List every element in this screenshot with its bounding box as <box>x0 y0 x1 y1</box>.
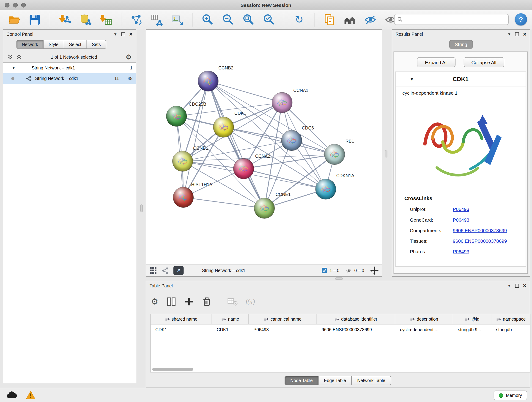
export-image-icon[interactable] <box>171 13 184 27</box>
table-settings-gear-icon[interactable]: ⚙ <box>151 297 158 306</box>
column-header-description[interactable]: description <box>395 314 453 324</box>
delete-trash-icon[interactable] <box>202 297 211 306</box>
network-node-cdkn1a[interactable] <box>316 179 336 199</box>
close-panel-icon[interactable]: × <box>523 32 526 36</box>
zoom-in-icon[interactable] <box>201 13 214 27</box>
column-header-database-identifier[interactable]: database identifier <box>317 314 395 324</box>
compartments-link[interactable]: 9606.ENSP00000378699 <box>453 228 507 233</box>
tab-sets[interactable]: Sets <box>86 40 106 49</box>
float-panel-icon[interactable] <box>515 284 519 287</box>
birdseye-grid-icon[interactable] <box>150 267 157 274</box>
float-panel-icon[interactable] <box>515 32 519 36</box>
close-panel-icon[interactable]: × <box>523 284 526 287</box>
network-edge[interactable] <box>208 81 264 208</box>
splitter-handle[interactable] <box>140 204 143 212</box>
show-columns-icon[interactable] <box>166 297 176 306</box>
hide-selected-eye-slash-icon[interactable] <box>364 13 377 27</box>
network-node-hist1h1a[interactable] <box>173 187 193 207</box>
network-node-ccna1[interactable] <box>272 92 292 113</box>
search-input[interactable] <box>405 17 506 22</box>
collapse-panel-icon[interactable]: ▼ <box>507 283 511 288</box>
tissues-link[interactable]: 9606.ENSP00000378699 <box>453 238 507 244</box>
tab-select[interactable]: Select <box>63 40 87 49</box>
splitter-handle[interactable] <box>385 150 387 157</box>
search-box[interactable] <box>394 14 509 25</box>
zoom-out-icon[interactable] <box>221 13 234 27</box>
collapse-all-chevrons-icon[interactable] <box>16 54 22 60</box>
close-panel-icon[interactable]: × <box>129 32 133 36</box>
zoom-fit-icon[interactable] <box>241 13 255 27</box>
tab-network[interactable]: Network <box>16 40 43 49</box>
network-row[interactable]: String Network – cdk1 11 48 <box>3 73 136 84</box>
table-cell[interactable]: CDK1 <box>151 325 212 335</box>
save-session-icon[interactable] <box>28 13 41 27</box>
pan-crosshair-icon[interactable] <box>370 266 379 274</box>
genecard-link[interactable]: P06493 <box>453 217 469 222</box>
network-node-rb1[interactable] <box>324 144 345 165</box>
network-edge[interactable] <box>183 197 264 208</box>
uniprot-link[interactable]: P06493 <box>453 206 469 212</box>
refresh-view-icon[interactable]: ↻ <box>292 13 306 27</box>
network-node-cdk1[interactable] <box>213 117 234 137</box>
memory-button[interactable]: Memory <box>494 390 527 400</box>
new-network-icon[interactable] <box>129 13 143 27</box>
column-header-name[interactable]: name <box>212 314 249 324</box>
network-from-table-icon[interactable] <box>150 13 163 27</box>
open-session-icon[interactable] <box>7 13 21 27</box>
zoom-selected-icon[interactable] <box>262 13 276 27</box>
hidden-eye-slash-icon[interactable] <box>346 268 352 273</box>
import-network-from-database-icon[interactable] <box>79 13 92 27</box>
table-cell[interactable]: CDK1 <box>212 325 249 335</box>
column-header-canonical-name[interactable]: canonical name <box>249 314 317 324</box>
table-cell[interactable]: stringdb <box>491 325 530 335</box>
show-neighbors-houses-icon[interactable] <box>343 13 356 27</box>
network-edge[interactable] <box>183 140 292 161</box>
network-collection-row[interactable]: ▼ String Network – cdk1 1 <box>3 63 136 73</box>
warning-icon[interactable] <box>26 390 36 400</box>
add-column-plus-icon[interactable] <box>184 297 194 306</box>
import-table-from-file-icon[interactable] <box>99 13 113 27</box>
network-edge[interactable] <box>183 81 208 197</box>
collapse-panel-icon[interactable]: ▼ <box>507 32 511 36</box>
network-node-ccne1[interactable] <box>254 198 274 218</box>
gear-icon[interactable]: ⚙ <box>126 53 132 61</box>
network-node-ccnb2[interactable] <box>198 71 218 91</box>
expand-all-chevrons-icon[interactable] <box>7 54 13 60</box>
open-in-window-button[interactable]: ↗ <box>173 266 184 275</box>
table-tabs: Node Table Edge Table Network Table <box>285 376 391 385</box>
table-cell[interactable]: stringdb:9... <box>453 325 491 335</box>
collapse-panel-icon[interactable]: ▼ <box>114 32 117 36</box>
entry-collapse-arrow-icon[interactable]: ▼ <box>410 77 414 82</box>
cloud-icon[interactable] <box>6 391 17 399</box>
table-cell[interactable]: 9606.ENSP00000378699 <box>317 325 395 335</box>
network-node-ccna2[interactable] <box>234 158 254 179</box>
table-cell[interactable]: cyclin-dependent ... <box>395 325 453 335</box>
column-header-shared-name[interactable]: shared name <box>151 314 212 324</box>
help-button[interactable]: ? <box>515 13 527 26</box>
splitter-handle[interactable] <box>335 277 343 280</box>
checkbox-icon[interactable] <box>322 268 327 273</box>
float-panel-icon[interactable] <box>121 32 125 36</box>
import-network-from-file-icon[interactable] <box>58 13 72 27</box>
network-node-cdc25b[interactable] <box>166 106 187 126</box>
tab-network-table[interactable]: Network Table <box>351 376 391 385</box>
tab-edge-table[interactable]: Edge Table <box>318 376 352 385</box>
network-node-ccnb1[interactable] <box>172 151 193 172</box>
column-header--id[interactable]: @id <box>453 314 491 324</box>
tab-style[interactable]: Style <box>43 40 64 49</box>
table-cell[interactable]: P06493 <box>249 325 317 335</box>
collapse-all-button[interactable]: Collapse All <box>463 57 504 67</box>
network-canvas[interactable]: CCNB2CCNA1CDC25BCDK1CDC6RB1CCNB1CCNA2CDK… <box>146 30 382 264</box>
copy-document-icon[interactable] <box>323 13 336 27</box>
string-network-icon[interactable] <box>162 267 169 274</box>
horizontal-scrollbar-thumb[interactable] <box>152 368 193 370</box>
column-header-namespace[interactable]: namespace <box>491 314 530 324</box>
table-row[interactable]: CDK1CDK1P064939606.ENSP00000378699cyclin… <box>151 325 530 335</box>
tree-expand-arrow-icon[interactable]: ▼ <box>12 66 15 70</box>
expand-all-button[interactable]: Expand All <box>417 57 456 67</box>
tab-node-table[interactable]: Node Table <box>285 376 318 385</box>
network-node-cdc6[interactable] <box>281 130 302 151</box>
network-edge[interactable] <box>208 81 282 103</box>
pharos-link[interactable]: P06493 <box>453 249 469 254</box>
string-tab-badge[interactable]: String <box>449 40 473 49</box>
